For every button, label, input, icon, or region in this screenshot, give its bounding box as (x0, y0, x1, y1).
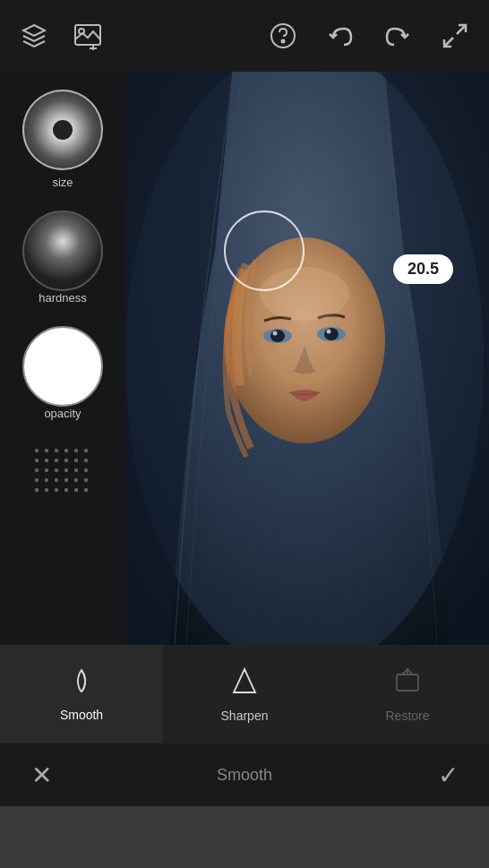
opacity-circle[interactable] (22, 326, 103, 407)
layers-button[interactable] (14, 16, 54, 56)
svg-point-17 (327, 330, 331, 334)
redo-button[interactable] (378, 16, 417, 56)
cancel-button[interactable]: ✕ (21, 755, 61, 795)
svg-point-18 (260, 267, 349, 321)
svg-point-14 (270, 330, 285, 342)
left-sidebar: size hardness opacity (0, 72, 125, 645)
hardness-control: hardness (22, 211, 103, 317)
tab-restore[interactable]: Restore (326, 645, 489, 743)
svg-line-8 (444, 38, 453, 47)
opacity-control: opacity (22, 326, 103, 433)
tab-smooth[interactable]: Smooth (0, 645, 163, 743)
help-button[interactable] (263, 16, 303, 56)
bottom-tabs: Smooth Sharpen Restore (0, 645, 489, 743)
grid-pattern-icon[interactable] (31, 445, 94, 499)
svg-point-15 (324, 328, 339, 340)
tab-smooth-label: Smooth (60, 708, 103, 722)
size-control: size (22, 90, 103, 202)
portrait-figure (125, 72, 489, 645)
bottom-bar-label: Smooth (61, 766, 428, 785)
toolbar-right (263, 16, 475, 56)
smooth-icon (65, 665, 98, 700)
top-toolbar (0, 0, 489, 72)
expand-button[interactable] (435, 16, 475, 56)
svg-point-2 (79, 29, 84, 34)
opacity-label: opacity (44, 407, 81, 420)
hardness-label: hardness (39, 291, 86, 305)
tab-restore-label: Restore (385, 709, 429, 723)
svg-rect-20 (397, 675, 418, 691)
photo-canvas[interactable]: 20.5 (125, 72, 489, 645)
brush-value-badge: 20.5 (393, 254, 453, 284)
restore-icon (391, 666, 424, 701)
svg-line-7 (457, 25, 466, 34)
svg-marker-19 (234, 669, 255, 692)
svg-point-6 (282, 40, 285, 43)
svg-marker-0 (23, 25, 45, 36)
tab-sharpen[interactable]: Sharpen (163, 645, 326, 743)
hardness-circle[interactable] (22, 211, 103, 291)
svg-point-16 (273, 331, 278, 336)
size-circle[interactable] (22, 90, 103, 170)
main-area: size hardness opacity (0, 72, 489, 645)
sharpen-icon (228, 666, 261, 701)
bottom-bar: ✕ Smooth ✓ (0, 743, 489, 806)
size-label: size (52, 176, 73, 189)
import-image-button[interactable] (68, 16, 107, 56)
confirm-button[interactable]: ✓ (428, 755, 468, 795)
undo-button[interactable] (321, 16, 360, 56)
toolbar-left (14, 16, 107, 56)
tab-sharpen-label: Sharpen (221, 709, 269, 723)
